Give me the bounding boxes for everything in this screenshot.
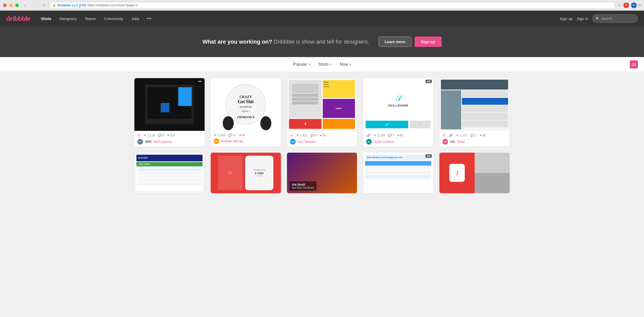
close-button[interactable] [3, 4, 7, 7]
sebo-main [462, 90, 508, 129]
comment-icon: 💬 [388, 134, 392, 137]
grid-icon: ⊞ [632, 62, 636, 67]
shot-stats-sebo: ↺ 🔗 👁 1,102 💬 2 ♥ 86 [442, 133, 507, 137]
skillshare-s-icon: 𝒮 [396, 94, 401, 102]
eye-icon: 👁 [456, 134, 459, 137]
views-stat: 👁 1,434 [214, 133, 225, 137]
comments-stat: 💬 5 [388, 134, 394, 137]
shot-card-zipmoney: CRAZY Get Shit HAPPENS HERE !! ZIPMONEY … [211, 78, 281, 147]
egacart-new-order: + NEW ORDER [137, 163, 150, 165]
shot-thumbnail-sebo[interactable] [439, 78, 510, 131]
grid-toggle: ⊞ [630, 60, 638, 68]
shot-thumbnail-m2h[interactable]: GIF [134, 78, 205, 131]
iris-subtitle: Not Only The Blues [292, 186, 314, 189]
nav-search-box[interactable]: 🔍 [592, 14, 638, 23]
author-name-skillshare[interactable]: Dmitri Litvinov [373, 140, 394, 144]
maximize-button[interactable] [15, 4, 19, 7]
gif-badge: GIF [425, 80, 432, 83]
link-icon[interactable]: 🔗 [366, 133, 370, 137]
eye-icon: 👁 [296, 134, 299, 137]
jukebox-j: J [456, 170, 458, 176]
heart-icon: ♥ [167, 134, 169, 137]
now-filter[interactable]: Now ▾ [340, 62, 351, 67]
comment-icon: 💬 [228, 133, 232, 137]
reblog-icon[interactable]: ↺ [442, 133, 445, 137]
shots-label: Shots [318, 62, 329, 67]
reload-button[interactable]: ↻ [41, 2, 48, 9]
sebo-row-4 [462, 113, 508, 120]
phone-app-label: Kreditanme [254, 169, 265, 171]
skillshare-teal-block: 𝒮 [366, 121, 408, 128]
likes-stat: ♥ 95 [320, 134, 326, 137]
nav-link-jobs[interactable]: Jobs [128, 14, 143, 23]
author-name-zipmoney[interactable]: Andrew McKay [221, 139, 243, 143]
author-avatar-initials: AN [291, 140, 294, 143]
nav-link-community[interactable]: Community [100, 14, 127, 23]
author-name-ales[interactable]: Ales Nesetril [297, 140, 316, 144]
browser-chrome: ‹ › ↻ 🔒 Dribbble LLC [US] https://dribbb… [0, 0, 644, 11]
shot-stats-ales: ↺ 👁 1,301 💬 0 ♥ 95 [290, 133, 354, 137]
forward-button[interactable]: › [31, 2, 38, 9]
hero-signup-button[interactable]: Sign up [415, 37, 442, 47]
shot-card-mentions: Make Mention's technology your own GIF [363, 153, 433, 193]
author-name-m2h[interactable]: M2H agency [153, 140, 172, 144]
nav-signin-link[interactable]: Sign in [577, 16, 588, 21]
author-badge-m2h: M2H [145, 140, 152, 143]
svg-point-7 [223, 116, 234, 130]
skillshare-name: SKILLSHARE [388, 104, 408, 107]
views-stat: 👁 2,118 [144, 134, 155, 137]
minimize-button[interactable] [9, 4, 13, 7]
link-icon[interactable]: 🔗 [449, 133, 453, 137]
search-input[interactable] [601, 16, 635, 21]
nav-link-designers[interactable]: Designers [56, 14, 80, 23]
author-avatar-initials: SB [444, 140, 447, 143]
nav-logo[interactable]: dribbble [6, 14, 30, 23]
shot-card-m2h: GIF ↺ 👁 2,118 💬 5 ♥ 103 [134, 78, 205, 147]
author-name-sebo[interactable]: Sebo [457, 140, 465, 144]
shot-meta-skillshare: 🔗 👁 2,186 💬 5 ♥ 92 [363, 131, 433, 147]
author-avatar-skillshare: DL [366, 139, 372, 145]
back-button[interactable]: ‹ [21, 2, 28, 9]
reblog-icon[interactable]: ↺ [290, 133, 293, 137]
nav-more-button[interactable]: ••• [144, 14, 154, 23]
shot-thumbnail-zipmoney[interactable]: CRAZY Get Shit HAPPENS HERE !! ZIPMONEY [211, 78, 281, 131]
phone-screen: Kreditanme € 1250 € 4.93 [246, 157, 272, 189]
shots-grid-row2: EGACART + NEW ORDER BG [134, 153, 510, 193]
sebo-row-1 [462, 90, 508, 97]
grid-view-button[interactable]: ⊞ [630, 60, 638, 68]
shot-card-sebo: ↺ 🔗 👁 1,102 💬 2 ♥ 86 [439, 78, 510, 147]
sebo-sidebar [441, 90, 461, 129]
menu-icon[interactable]: ≡ [639, 3, 641, 8]
nav-link-shots[interactable]: Shots [37, 14, 55, 23]
filter-bar: Popular ▾ Shots ▾ Now ▾ ⊞ [0, 57, 644, 72]
nav-signup-link[interactable]: Sign up [560, 16, 573, 21]
ext-icon-1[interactable]: D [623, 3, 629, 8]
shots-filter[interactable]: Shots ▾ [318, 62, 332, 67]
likes-stat: ♥ 103 [167, 134, 175, 137]
gif-badge: GIF [425, 154, 432, 158]
learn-more-button[interactable]: Learn more [379, 37, 412, 47]
sebo-header [441, 80, 508, 90]
jukebox-icon: J [449, 164, 465, 182]
hero-text: What are you working on? Dribbble is sho… [202, 39, 369, 45]
popular-filter[interactable]: Popular ▾ [293, 62, 310, 67]
shot-card-skillshare: 𝒮 SKILLSHARE 𝒮 𝒮 GIF [363, 78, 433, 147]
reblog-icon[interactable]: ↺ [137, 133, 140, 137]
comments-stat: 💬 5 [158, 134, 164, 137]
eye-icon: 👁 [214, 133, 217, 137]
shot-thumbnail-ales[interactable]: 4 Every Vision. Comes. 600M+ [287, 78, 357, 131]
ext-icon-2[interactable]: G [631, 3, 637, 8]
views-stat: 👁 2,186 [373, 134, 385, 137]
now-chevron-icon: ▾ [349, 63, 351, 66]
shots-chevron-icon: ▾ [330, 63, 332, 66]
likes-stat: ♥ 98 [239, 133, 245, 137]
url-bar[interactable]: 🔒 Dribbble LLC [US] https://dribbble.com… [50, 2, 615, 9]
sebo-row-3 [462, 105, 508, 112]
kredit-bg-text: BG [229, 171, 232, 174]
shot-card-iris: Iris Scott Not Only The Blues [287, 153, 357, 193]
shot-card-jukebox: J [439, 153, 510, 193]
svg-text:Get Shit: Get Shit [238, 99, 254, 104]
nav-link-teams[interactable]: Teams [81, 14, 99, 23]
bookmark-icon[interactable]: ☆ [617, 3, 621, 8]
shot-thumbnail-skillshare[interactable]: 𝒮 SKILLSHARE 𝒮 𝒮 GIF [363, 78, 433, 131]
